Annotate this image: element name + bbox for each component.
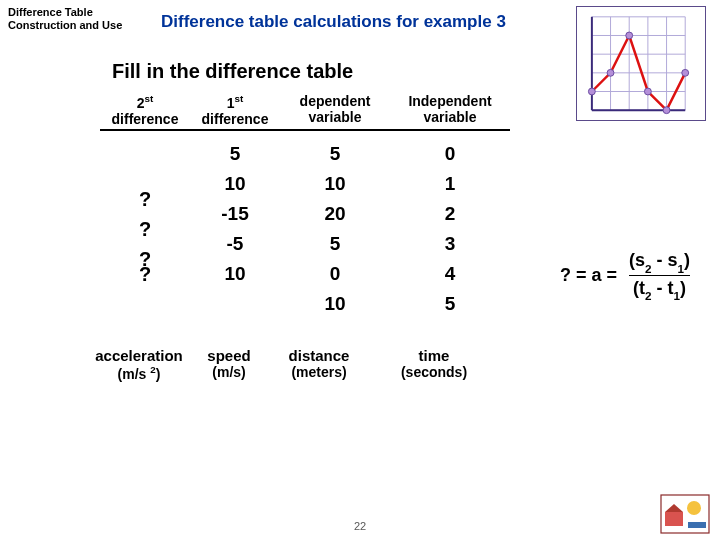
svg-point-15 [607,69,614,76]
svg-rect-24 [688,522,706,528]
svg-point-16 [626,32,633,39]
cell-1st-diff: 10 [190,259,280,289]
table-row: 5 5 0 [100,139,720,169]
unit-distance: distance(meters) [264,347,374,382]
cell-independent: 4 [390,259,510,289]
cell-dependent: 10 [280,169,390,199]
cell-1st-diff: 10 [190,169,280,199]
cell-1st-diff: -5 [190,229,280,259]
col-header-1st-diff: 1st difference [190,93,280,127]
formula-lhs: ? = a = [560,265,617,286]
cell-1st-diff [190,289,280,319]
svg-point-17 [644,88,651,95]
unit-row: acceleration (m/s 2) speed(m/s) distance… [100,347,720,382]
page-title: Difference table calculations for exampl… [161,6,506,32]
header-underline [100,129,510,131]
svg-point-19 [682,69,689,76]
cell-dependent: 20 [280,199,390,229]
svg-point-18 [663,107,670,114]
cell-independent: 0 [390,139,510,169]
col-header-dependent: dependentvariable [280,93,390,127]
cell-independent: 1 [390,169,510,199]
acceleration-formula: ? = a = (s2 - s1) (t2 - t1) [560,250,694,300]
table-row: ? 10 10 1 [100,169,720,199]
cell-independent: 3 [390,229,510,259]
cell-independent: 2 [390,199,510,229]
unit-acceleration: acceleration (m/s 2) [84,347,194,382]
table-row: ? -15 20 2 [100,199,720,229]
cell-2nd-diff: ? [100,244,190,274]
col-header-independent: Independentvariable [390,93,510,127]
page-number: 22 [354,520,366,532]
cell-2nd-diff: ? [100,184,190,214]
formula-numerator: (s2 - s1) [625,250,694,275]
svg-rect-21 [665,512,683,526]
cell-dependent: 0 [280,259,390,289]
cell-independent: 5 [390,289,510,319]
cell-1st-diff: -15 [190,199,280,229]
svg-point-23 [687,501,701,515]
unit-speed: speed(m/s) [194,347,264,382]
cell-2nd-diff [100,154,190,184]
svg-point-14 [588,88,595,95]
cell-dependent: 10 [280,289,390,319]
col-header-2nd-diff: 2st difference [100,93,190,127]
cell-dependent: 5 [280,229,390,259]
formula-denominator: (t2 - t1) [629,275,690,301]
cell-dependent: 5 [280,139,390,169]
unit-time: time(seconds) [374,347,494,382]
cell-2nd-diff [100,289,190,319]
topic-label: Difference Table Construction and Use [8,6,143,32]
mini-graph [576,6,706,121]
logo-icon [660,494,710,534]
cell-1st-diff: 5 [190,139,280,169]
cell-2nd-diff: ? [100,214,190,244]
difference-table: 2st difference 1st difference dependentv… [100,93,720,381]
